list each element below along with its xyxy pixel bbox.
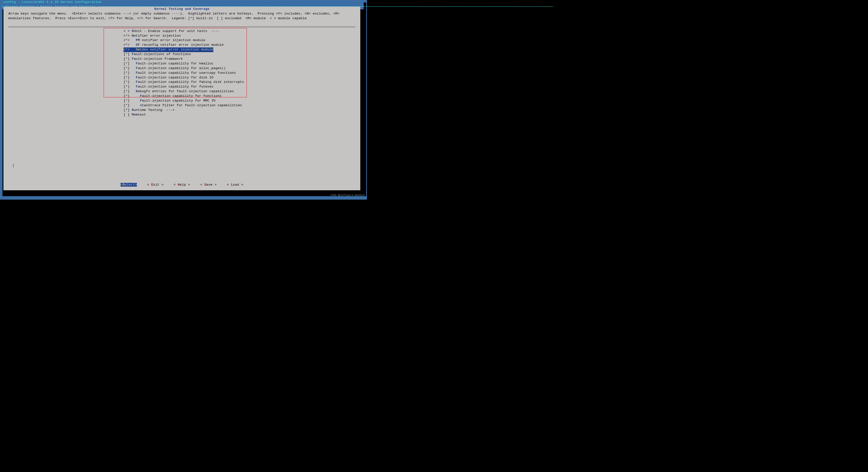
- help-button[interactable]: < Help >: [174, 183, 190, 187]
- page-title: Kernel Testing and Coverage: [3, 7, 360, 11]
- exit-button[interactable]: < Exit >: [147, 183, 163, 187]
- menu-item-6[interactable]: [*] Fault-injection framework: [124, 57, 355, 62]
- menu-item-7[interactable]: [*] Fault-injection capability for kmall…: [124, 62, 355, 66]
- menu-item-17[interactable]: [*] Runtime Testing --->: [124, 108, 355, 112]
- menu-item-5[interactable]: [*] Fault-injections of functions: [124, 52, 355, 57]
- menu-item-3[interactable]: <*> OF reconfig notifier error injection…: [124, 43, 355, 47]
- menu-list[interactable]: < > KUnit - Enable support for unit test…: [8, 27, 355, 117]
- load-button[interactable]: < Load >: [227, 183, 243, 187]
- menu-box: < > KUnit - Enable support for unit test…: [8, 27, 355, 179]
- menu-item-11[interactable]: [*] Fault-injection capability for fakin…: [124, 80, 355, 85]
- menu-item-14[interactable]: [*] Fault-injection capability for funct…: [124, 94, 355, 99]
- menu-item-1[interactable]: <*> Notifier error injection: [124, 34, 355, 38]
- menu-item-8[interactable]: [*] Fault-injection capability for alloc…: [124, 66, 355, 71]
- select-button[interactable]: <Select>: [121, 183, 137, 187]
- save-button[interactable]: < Save >: [200, 183, 217, 187]
- menu-item-0[interactable]: < > KUnit - Enable support for unit test…: [124, 29, 355, 34]
- menu-item-18[interactable]: [ ] Memtest: [124, 112, 355, 117]
- menu-item-13[interactable]: [*] Debugfs entries for fault-injection …: [124, 89, 355, 94]
- watermark: CSDN @Configure-Handler: [330, 194, 366, 197]
- menu-item-4[interactable]: <*> Netdev notifier error injection modu…: [124, 47, 213, 52]
- help-text: Arrow keys navigate the menu. <Enter> se…: [3, 11, 360, 22]
- menu-item-16[interactable]: [*] stacktrace filter for fault-injectio…: [124, 103, 355, 108]
- menu-item-9[interactable]: [*] Fault injection capability for userc…: [124, 71, 355, 75]
- menu-item-12[interactable]: [*] Fault-injection capability for futex…: [124, 85, 355, 89]
- menu-item-10[interactable]: [*] Fault-injection capability for disk …: [124, 75, 355, 80]
- main-window: Kernel Testing and Coverage Arrow keys n…: [3, 7, 360, 190]
- button-row: <Select> < Exit > < Help > < Save > < Lo…: [3, 183, 360, 187]
- menu-item-2[interactable]: <*> PM notifier error injection module: [124, 38, 355, 43]
- config-title: .config - Linux/arm64 6.1.35 Kernel Conf…: [1, 0, 362, 5]
- menu-item-15[interactable]: [*] Fault-injection capability for MMC I…: [124, 99, 355, 103]
